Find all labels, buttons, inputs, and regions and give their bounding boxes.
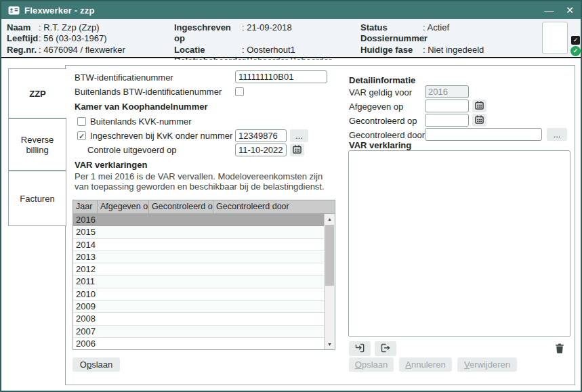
- field-label: Locatie: [174, 45, 242, 56]
- table-cell: 2007: [73, 326, 98, 337]
- table-cell: 2011: [73, 276, 98, 287]
- export-var-button[interactable]: [375, 341, 396, 356]
- afgegeven-op-input[interactable]: [425, 100, 469, 112]
- column-header-gecontroleerd-door[interactable]: Gecontroleerd door: [213, 200, 324, 213]
- detail-save-button[interactable]: Opslaan: [349, 357, 394, 372]
- app-window: Flexwerker - zzp — ✕ NaamR.T. Zzp (Zzp) …: [0, 0, 582, 392]
- var-table-header: Jaar Afgegeven op Gecontroleerd op Gecon…: [73, 200, 335, 214]
- table-cell: [98, 313, 149, 324]
- table-row[interactable]: 2015: [73, 226, 324, 238]
- table-scrollbar[interactable]: ▲ ▼: [324, 214, 335, 349]
- table-row[interactable]: 2016: [73, 214, 324, 226]
- table-cell: [98, 251, 149, 263]
- column-header-jaar[interactable]: Jaar: [73, 200, 98, 213]
- scrollbar-thumb[interactable]: [325, 225, 334, 286]
- scroll-up-icon[interactable]: ▲: [325, 214, 335, 224]
- foreign-btw-label: Buitenlands BTW-identificatienummer: [75, 87, 222, 97]
- gecontroleerd-door-lookup-button[interactable]: ...: [547, 128, 567, 141]
- table-cell: 2012: [73, 263, 98, 275]
- kvk-registered-label: Ingeschreven bij KvK onder nummer: [90, 131, 232, 141]
- table-cell: [213, 251, 321, 263]
- table-cell: [213, 326, 321, 337]
- table-row[interactable]: 2010: [73, 288, 324, 301]
- afgegeven-op-label: Afgegeven op: [349, 102, 403, 112]
- titlebar: Flexwerker - zzp — ✕: [1, 1, 581, 19]
- table-row[interactable]: 2009: [73, 301, 324, 313]
- table-cell: [149, 226, 213, 238]
- tab-reverse-billing[interactable]: Reverse billing: [8, 118, 66, 171]
- flexwerker-card-icon: [8, 6, 20, 15]
- foreign-btw-checkbox[interactable]: [235, 87, 244, 96]
- table-cell: [213, 263, 321, 275]
- var-table: Jaar Afgegeven op Gecontroleerd op Gecon…: [72, 200, 335, 350]
- table-cell: [213, 313, 321, 324]
- close-icon[interactable]: ✕: [566, 5, 574, 15]
- table-row[interactable]: 2008: [73, 313, 324, 325]
- table-cell: [98, 263, 149, 275]
- btw-input[interactable]: [235, 70, 327, 83]
- field-value: 21-09-2018: [242, 22, 292, 45]
- delete-verklaring-button[interactable]: [552, 343, 567, 356]
- afgegeven-op-calendar-button[interactable]: [472, 100, 486, 112]
- table-cell: 2013: [73, 251, 98, 263]
- controle-label: Controle uitgevoerd op: [87, 145, 177, 155]
- detail-delete-button[interactable]: Verwijderen: [457, 357, 517, 372]
- detail-cancel-button[interactable]: Annuleren: [399, 357, 452, 372]
- kvk-section-title: Kamer van Koophandelnummer: [75, 102, 208, 112]
- field-value: 56 (03-03-1967): [39, 33, 106, 44]
- var-verklaring-label: VAR verklaring: [349, 140, 411, 150]
- minimize-icon[interactable]: —: [544, 5, 554, 15]
- table-row[interactable]: 2006: [73, 338, 324, 349]
- scroll-down-icon[interactable]: ▼: [325, 339, 335, 349]
- field-label: Leeftijd: [7, 33, 39, 44]
- controle-date-input[interactable]: [235, 144, 287, 156]
- table-cell: [149, 288, 213, 300]
- window-body: ZZP Reverse billing Facturen BTW-identif…: [1, 60, 581, 391]
- kvk-number-input[interactable]: [235, 129, 287, 142]
- gecontroleerd-op-input[interactable]: [425, 114, 469, 127]
- header-checkbox-checked-icon[interactable]: ✓: [571, 36, 580, 45]
- photo-placeholder[interactable]: [542, 22, 568, 54]
- tab-zzp[interactable]: ZZP: [8, 68, 66, 118]
- foreign-kvk-label: Buitenlands KVK-nummer: [90, 116, 192, 127]
- table-row[interactable]: 2011: [73, 276, 324, 288]
- import-var-button[interactable]: [349, 341, 371, 356]
- gecontroleerd-door-label: Gecontroleerd door: [349, 130, 425, 140]
- field-label: Status: [360, 22, 423, 33]
- gecontroleerd-op-label: Gecontroleerd op: [349, 116, 417, 126]
- gecontroleerd-door-input[interactable]: [425, 128, 542, 141]
- table-cell: [149, 251, 213, 263]
- table-cell: 2016: [73, 214, 98, 225]
- kvk-registered-checkbox[interactable]: ✓: [77, 131, 86, 140]
- var-section-title: VAR verklaringen: [75, 160, 147, 170]
- table-cell: [213, 288, 321, 300]
- column-header-gecontroleerd-op[interactable]: Gecontroleerd op: [149, 200, 213, 213]
- table-save-button[interactable]: Opslaan: [72, 357, 120, 372]
- field-value: 4676094 / flexwerker: [39, 45, 125, 56]
- var-geldig-voor-label: VAR geldig voor: [349, 87, 412, 97]
- import-icon: [354, 343, 365, 355]
- field-value: Oosterhout1: [242, 45, 295, 56]
- table-row[interactable]: 2014: [73, 239, 324, 251]
- table-row[interactable]: 2007: [73, 326, 324, 338]
- table-cell: [98, 288, 149, 300]
- table-cell: [149, 326, 213, 337]
- window-title: Flexwerker - zzp: [24, 5, 95, 16]
- var-note: Per 1 mei 2016 is de VAR vervallen. Mode…: [75, 172, 333, 192]
- detail-title: Detailinformatie: [349, 75, 415, 85]
- table-cell: [149, 263, 213, 275]
- kvk-lookup-button[interactable]: ...: [290, 129, 308, 142]
- column-header-afgegeven-op[interactable]: Afgegeven op: [98, 200, 149, 213]
- foreign-kvk-checkbox[interactable]: [77, 117, 86, 126]
- controle-calendar-button[interactable]: [290, 144, 304, 156]
- tab-facturen[interactable]: Facturen: [8, 171, 66, 226]
- var-verklaring-textarea[interactable]: [348, 150, 570, 337]
- table-row[interactable]: 2012: [73, 263, 324, 276]
- field-value: Actief: [423, 22, 449, 33]
- table-cell: [149, 301, 213, 312]
- field-value: R.T. Zzp (Zzp): [39, 22, 100, 33]
- table-row[interactable]: 2013: [73, 251, 324, 263]
- table-cell: [149, 313, 213, 324]
- gecontroleerd-op-calendar-button[interactable]: [472, 114, 486, 127]
- table-cell: [98, 338, 149, 349]
